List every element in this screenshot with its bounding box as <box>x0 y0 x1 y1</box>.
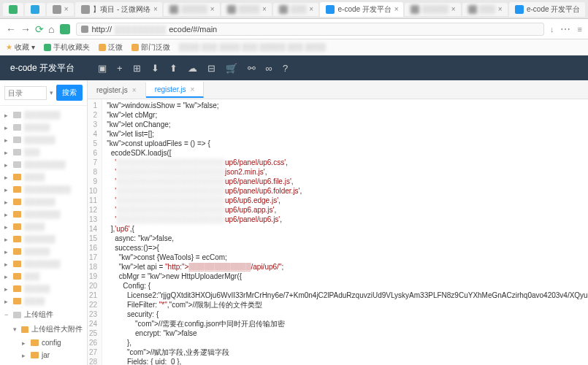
file-icon <box>13 112 21 118</box>
close-icon[interactable]: × <box>64 5 69 13</box>
browser-tab[interactable]: ▒▒▒▒▒× <box>405 3 460 16</box>
favorites-button[interactable]: ★收藏 ▾ <box>6 42 35 53</box>
search-input[interactable] <box>4 86 47 100</box>
line-gutter: 1234567891011121314151617181920212223242… <box>88 99 102 365</box>
chevron-down-icon[interactable]: ▾ <box>50 89 53 96</box>
bookmark-item[interactable]: 部门泛微 <box>131 42 170 53</box>
bookmark-blurred[interactable]: ▒▒▒▒ ▒▒▒ ▒▒▒▒ ▒▒▒ ▒▒▒▒▒ ▒▒▒ ▒▒▒▒ <box>179 43 326 51</box>
browser-tab[interactable]: ▒▒▒▒▒× <box>164 3 219 16</box>
folder-icon <box>13 285 21 292</box>
tree-item[interactable]: ▸▒▒▒▒ <box>0 295 87 307</box>
save-icon[interactable]: ▣ <box>98 63 107 74</box>
folder-icon <box>13 223 21 230</box>
tree-item-upload-child[interactable]: ▾上传组件大附件 <box>0 322 87 337</box>
file-icon <box>13 124 21 131</box>
home-button[interactable]: ⌂ <box>48 23 54 35</box>
file-tab-bar: register.js× register.js× <box>88 80 588 99</box>
close-icon[interactable]: × <box>262 5 267 13</box>
tree-item[interactable]: ▸▒▒▒▒▒▒▒▒ <box>0 158 87 171</box>
folder-icon <box>13 273 21 280</box>
code-content[interactable]: "kw">window.isShow = "kw">false;"kw">let… <box>102 99 588 365</box>
tree-item[interactable]: ▸▒▒▒▒▒▒ <box>0 233 87 245</box>
browser-tab[interactable]: 】项目 - 泛微网络× <box>75 2 162 17</box>
menu-button[interactable]: ⋯ <box>560 23 572 35</box>
tree-item-jar[interactable]: ▸jar <box>0 349 87 361</box>
browser-tab[interactable]: × <box>47 3 75 16</box>
browser-tab-strip: × 】项目 - 泛微网络× ▒▒▒▒▒× ▒▒▒▒× ▒▒▒× e-code 开… <box>0 0 588 19</box>
forward-button[interactable]: → <box>20 23 31 35</box>
grid-icon[interactable]: ⊞ <box>133 63 141 74</box>
app-title: e-code 开发平台 <box>0 62 88 74</box>
folder-icon <box>13 186 21 193</box>
cart-icon[interactable]: 🛒 <box>226 63 237 74</box>
tree-item[interactable]: ▸▒▒▒▒ <box>0 220 87 233</box>
tab-icon <box>468 5 477 14</box>
help-icon[interactable]: ? <box>283 63 288 74</box>
browser-toolbar: ← → ⟳ ⌂ http://▒▒▒▒▒▒▒▒▒ecode/#/main ↓ ⋯… <box>0 19 588 39</box>
tree-item[interactable]: ▸▒▒▒▒▒▒▒ <box>0 208 87 220</box>
close-icon[interactable]: × <box>394 5 399 13</box>
telegram-icon <box>31 5 39 14</box>
close-icon[interactable]: × <box>210 5 215 13</box>
tree-item[interactable]: ▸▒▒▒▒▒▒▒ <box>0 109 87 121</box>
file-tab[interactable]: register.js× <box>88 82 146 97</box>
close-icon[interactable]: × <box>153 5 158 13</box>
upload-icon[interactable]: ⬆ <box>169 63 177 74</box>
back-button[interactable]: ← <box>6 23 16 35</box>
chain-icon[interactable]: ∞ <box>266 63 272 74</box>
tree-item[interactable]: ▸▒▒▒ <box>0 270 87 283</box>
tree-item-upload[interactable]: −上传组件 <box>0 307 87 322</box>
lock-icon <box>81 26 88 33</box>
refresh-button[interactable]: ⟳ <box>35 23 44 35</box>
close-icon[interactable]: × <box>190 85 194 93</box>
file-icon <box>13 312 21 318</box>
tab-label: 】项目 - 泛微网络 <box>93 4 150 15</box>
collapse-icon[interactable]: − <box>4 311 10 318</box>
file-icon <box>13 137 21 143</box>
close-icon[interactable]: × <box>498 5 503 13</box>
download-icon[interactable]: ↓ <box>550 25 554 34</box>
bookmark-item[interactable]: 泛微 <box>99 42 123 53</box>
folder-icon <box>21 326 28 333</box>
link-icon[interactable]: ⚯ <box>248 63 256 74</box>
browser-icon <box>9 5 18 14</box>
bookmark-item[interactable]: 手机收藏夹 <box>44 42 90 53</box>
browser-tab[interactable]: e-code 开发平台 <box>509 2 585 17</box>
tab-icon <box>279 5 288 14</box>
shield-icon[interactable] <box>60 24 70 34</box>
list-icon[interactable]: ⊟ <box>207 63 215 74</box>
browser-tab[interactable]: ▒▒▒× <box>462 3 508 16</box>
file-tab-active[interactable]: register.js× <box>146 82 205 98</box>
close-icon[interactable]: × <box>309 5 313 13</box>
tree-item[interactable]: ▸▒▒▒▒▒▒ <box>0 196 87 208</box>
tree-item[interactable]: ▸▒▒▒ <box>0 146 87 158</box>
tab-icon <box>53 5 61 14</box>
search-button[interactable]: 搜索 <box>56 85 83 101</box>
browser-tab[interactable] <box>25 3 45 16</box>
tree-item[interactable]: ▸▒▒▒▒▒ <box>0 245 87 258</box>
code-editor[interactable]: 1234567891011121314151617181920212223242… <box>88 99 588 365</box>
ecode-icon <box>326 5 335 14</box>
tree-item[interactable]: ▸▒▒▒▒▒ <box>0 121 87 134</box>
address-bar[interactable]: http://▒▒▒▒▒▒▒▒▒ecode/#/main <box>76 23 544 36</box>
add-icon[interactable]: + <box>117 63 123 74</box>
tree-item[interactable]: ▸▒▒▒▒ <box>0 171 87 183</box>
browser-tab[interactable]: ▒▒▒▒× <box>221 3 272 16</box>
folder-icon <box>13 248 21 255</box>
tree-item[interactable]: ▸▒▒▒▒▒▒ <box>0 134 87 146</box>
tree-item-config[interactable]: ▸config <box>0 337 87 349</box>
close-icon[interactable]: × <box>132 86 137 94</box>
download-icon[interactable]: ⬇ <box>151 63 159 74</box>
browser-tab[interactable] <box>3 3 23 16</box>
cloud-icon[interactable]: ☁ <box>188 63 197 74</box>
tree-item[interactable]: ▸▒▒▒▒▒ <box>0 283 87 295</box>
browser-tab-active[interactable]: e-code 开发平台× <box>320 2 403 17</box>
menu-bars-icon[interactable]: ≡ <box>578 25 582 34</box>
tree-item[interactable]: ▸▒▒▒▒▒▒▒▒▒ <box>0 183 87 196</box>
close-icon[interactable]: × <box>451 5 456 13</box>
browser-tab[interactable]: ▒▒▒× <box>273 3 318 16</box>
tree-item[interactable]: ▸▒▒▒▒▒▒▒ <box>0 258 87 270</box>
url-prefix: http:// <box>91 25 112 34</box>
url-blurred: ▒▒▒▒▒▒▒▒▒ <box>115 25 166 34</box>
folder-icon <box>13 199 21 205</box>
